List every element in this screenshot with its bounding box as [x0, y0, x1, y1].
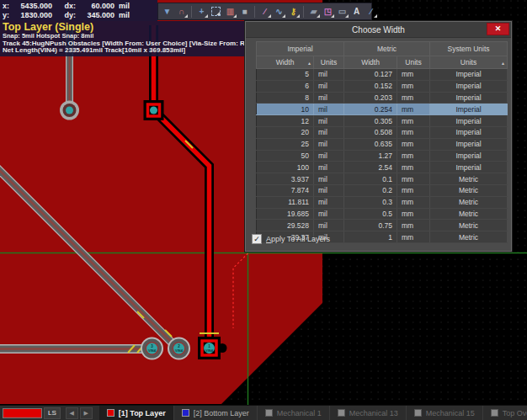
width-row[interactable]: 12mil0.305mmImperial	[257, 115, 508, 127]
width-cell[interactable]: 50	[257, 150, 314, 162]
width-cell[interactable]: Imperial	[430, 115, 508, 127]
width-cell[interactable]: mm	[397, 196, 430, 208]
width-cell[interactable]: mm	[397, 162, 430, 173]
width-cell[interactable]: 19.685	[257, 208, 314, 220]
col-header-metric-units[interactable]: Units	[397, 56, 430, 69]
dialog-titlebar[interactable]: Choose Width ✕	[246, 22, 511, 38]
room-icon[interactable]: ▭	[336, 5, 349, 18]
width-cell[interactable]: mm	[397, 92, 430, 104]
close-icon[interactable]: ✕	[487, 23, 509, 35]
width-cell[interactable]: Imperial	[430, 80, 508, 92]
line-icon[interactable]: ∕	[365, 5, 377, 18]
width-cell[interactable]: 8	[257, 92, 314, 104]
width-cell[interactable]: Imperial	[430, 162, 508, 173]
apply-to-all-checkbox[interactable]: ✓	[252, 234, 262, 244]
paste-special-icon[interactable]: ◳	[322, 5, 334, 18]
width-cell[interactable]: 0.203	[344, 92, 397, 104]
width-cell[interactable]: Imperial	[430, 126, 508, 138]
width-cell[interactable]: 0.152	[344, 80, 397, 92]
width-cell[interactable]: Imperial	[430, 104, 508, 115]
width-cell[interactable]: mil	[314, 138, 344, 150]
polyline-route-icon[interactable]: ∿	[273, 5, 285, 18]
interactive-route-icon[interactable]: ⚷	[287, 5, 300, 18]
width-cell[interactable]: mil	[314, 184, 344, 196]
col-header-imperial-units[interactable]: Units	[314, 56, 344, 69]
width-cell[interactable]: 12	[257, 115, 314, 127]
layer-tab-mechanical-15[interactable]: Mechanical 15	[407, 406, 483, 420]
width-row[interactable]: 5mil0.127mmImperial	[257, 69, 508, 81]
width-cell[interactable]: mil	[314, 92, 344, 104]
width-cell[interactable]: 0.5	[344, 208, 397, 220]
width-row[interactable]: 25mil0.635mmImperial	[257, 138, 508, 150]
width-cell[interactable]: Metric	[430, 231, 508, 243]
col-header-system-units[interactable]: Units▴	[430, 56, 508, 69]
fill-square-icon[interactable]: ■	[238, 5, 251, 18]
width-row[interactable]: 29.528mil0.75mmMetric	[257, 220, 508, 231]
width-cell[interactable]: mm	[397, 80, 430, 92]
width-cell[interactable]: 10	[257, 104, 314, 115]
width-cell[interactable]: mm	[397, 231, 430, 243]
magnet-snap-icon[interactable]: ∩	[175, 5, 188, 18]
width-cell[interactable]: Metric	[430, 208, 508, 220]
filter-icon[interactable]: ▼	[161, 5, 173, 18]
layer-tab-mechanical-13[interactable]: Mechanical 13	[330, 406, 407, 420]
col-header-metric-width[interactable]: Width	[344, 56, 397, 69]
via-bottom-left[interactable]: 3 VIN4	[141, 338, 163, 360]
width-cell[interactable]: 0.127	[344, 69, 397, 81]
width-cell[interactable]: mm	[397, 184, 430, 196]
width-cell[interactable]: Metric	[430, 220, 508, 231]
width-cell[interactable]: mm	[397, 69, 430, 81]
width-cell[interactable]: 0.2	[344, 184, 397, 196]
width-row[interactable]: 100mil2.54mmImperial	[257, 162, 508, 173]
width-cell[interactable]: mil	[314, 104, 344, 115]
tabs-scroll-left-icon[interactable]: ◀	[66, 407, 78, 419]
width-cell[interactable]: Imperial	[430, 92, 508, 104]
width-cell[interactable]: mm	[397, 104, 430, 115]
width-cell[interactable]: 0.1	[344, 173, 397, 185]
width-cell[interactable]: mm	[397, 115, 430, 127]
width-cell[interactable]: mil	[314, 115, 344, 127]
polygon-pour-icon[interactable]: ▰	[307, 5, 320, 18]
width-row[interactable]: 7.874mil0.2mmMetric	[257, 184, 508, 196]
width-cell[interactable]: mm	[397, 126, 430, 138]
width-cell[interactable]: 2.54	[344, 162, 397, 173]
width-cell[interactable]: mil	[314, 126, 344, 138]
histogram-icon[interactable]: ▥	[224, 5, 237, 18]
width-cell[interactable]: Metric	[430, 196, 508, 208]
measure-icon[interactable]: ∕	[258, 5, 271, 18]
width-cell[interactable]: mil	[314, 196, 344, 208]
width-cell[interactable]: 20	[257, 126, 314, 138]
width-cell[interactable]: Metric	[430, 173, 508, 185]
width-cell[interactable]: 0.254	[344, 104, 397, 115]
width-cell[interactable]: 1	[344, 231, 397, 243]
move-icon[interactable]: +	[195, 5, 208, 18]
width-cell[interactable]: 11.811	[257, 196, 314, 208]
width-row[interactable]: 20mil0.508mmImperial	[257, 126, 508, 138]
col-header-imperial-width[interactable]: Width▴	[257, 56, 314, 69]
layer-tab-mechanical-1[interactable]: Mechanical 1	[258, 406, 330, 420]
width-cell[interactable]: mil	[314, 69, 344, 81]
width-cell[interactable]: Imperial	[430, 138, 508, 150]
width-cell[interactable]: mm	[397, 150, 430, 162]
width-cell[interactable]: mil	[314, 150, 344, 162]
width-cell[interactable]: mil	[314, 220, 344, 231]
select-area-icon[interactable]	[211, 7, 221, 16]
via-bottom-mid[interactable]: 2 VIN4	[168, 338, 190, 360]
width-cell[interactable]: 29.528	[257, 220, 314, 231]
width-cell[interactable]: 0.635	[344, 138, 397, 150]
width-cell[interactable]: mm	[397, 138, 430, 150]
width-cell[interactable]: 0.3	[344, 196, 397, 208]
layer-tab-top-overlay[interactable]: Top Overlay	[483, 406, 527, 420]
width-cell[interactable]: Imperial	[430, 69, 508, 81]
width-row[interactable]: 19.685mil0.5mmMetric	[257, 208, 508, 220]
width-row[interactable]: 50mil1.27mmImperial	[257, 150, 508, 162]
width-row[interactable]: 11.811mil0.3mmMetric	[257, 196, 508, 208]
layer-tab-2-bottom-layer[interactable]: [2] Bottom Layer	[174, 406, 258, 420]
width-row[interactable]: 3.937mil0.1mmMetric	[257, 173, 508, 185]
width-cell[interactable]: mil	[314, 173, 344, 185]
layer-sets-button[interactable]: LS	[44, 407, 61, 419]
width-cell[interactable]: 1.27	[344, 150, 397, 162]
width-cell[interactable]: mil	[314, 162, 344, 173]
width-cell[interactable]: 6	[257, 80, 314, 92]
layer-tab-1-top-layer[interactable]: [1] Top Layer	[99, 406, 174, 420]
